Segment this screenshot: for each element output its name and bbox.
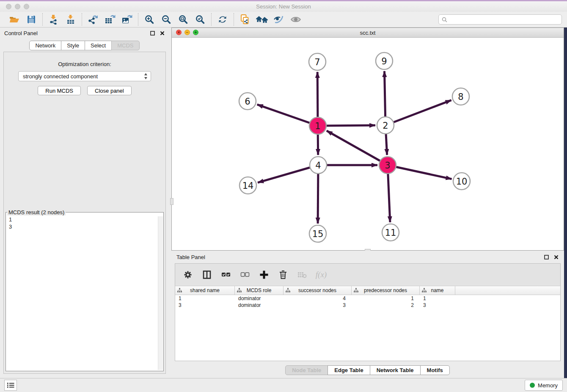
memory-button[interactable]: Memory	[525, 380, 563, 391]
cell-successor-nodes[interactable]: 3	[284, 302, 352, 308]
tab-edge-table[interactable]: Edge Table	[328, 365, 370, 375]
apply-layout-button[interactable]	[217, 14, 228, 25]
hide-eye-icon	[273, 14, 284, 25]
splitter-grip-left[interactable]	[170, 198, 173, 205]
zoom-out-button[interactable]	[160, 14, 172, 25]
memory-label: Memory	[538, 382, 558, 389]
node-table: f(x) shared nameMCDS rolesuccessor nodes…	[175, 263, 561, 361]
select-all-icon	[221, 272, 231, 278]
column-header-predecessor-nodes[interactable]: predecessor nodes	[352, 286, 420, 295]
edge-4-14[interactable]	[258, 165, 318, 182]
export-table-icon	[105, 14, 116, 25]
search-box[interactable]	[438, 14, 562, 25]
show-all-button[interactable]	[290, 14, 302, 25]
main-toolbar	[0, 12, 567, 28]
optimization-select[interactable]: strongly connected component	[18, 71, 151, 81]
hide-selected-button[interactable]	[273, 14, 285, 25]
create-column-button[interactable]	[259, 270, 269, 280]
attribute-type-icon	[177, 288, 182, 293]
search-input[interactable]	[449, 16, 559, 23]
status-bar: Memory	[0, 378, 567, 392]
column-header-successor-nodes[interactable]: successor nodes	[284, 286, 352, 295]
cell-name[interactable]: 1	[420, 295, 455, 301]
mcds-result-box: MCDS result (2 nodes) 1 3	[6, 209, 164, 371]
delete-columns-button[interactable]	[278, 270, 288, 280]
cell-mcds-role[interactable]: dominator	[235, 302, 284, 308]
export-network-icon	[88, 14, 99, 25]
export-image-icon	[121, 14, 132, 25]
table-settings-button[interactable]	[183, 270, 193, 280]
run-mcds-button[interactable]: Run MCDS	[38, 86, 81, 95]
first-neighbors-button[interactable]	[256, 14, 268, 25]
edge-3-10[interactable]	[388, 165, 452, 179]
optimization-label: Optimization criterion:	[4, 61, 165, 67]
window-controls[interactable]	[6, 4, 29, 9]
zoom-selected-button[interactable]	[194, 14, 206, 25]
minimize-window-icon[interactable]	[15, 4, 20, 9]
select-all-button[interactable]	[221, 270, 231, 280]
trash-icon	[279, 270, 287, 280]
new-network-from-selection-button[interactable]	[239, 14, 251, 25]
cell-name[interactable]: 3	[420, 302, 455, 308]
table-row[interactable]: 1dominator411	[175, 295, 560, 302]
close-panel-button[interactable]: Close panel	[87, 86, 132, 95]
cell-mcds-role[interactable]: dominator	[235, 295, 284, 301]
column-label: name	[431, 287, 443, 293]
result-scrollbar[interactable]	[158, 216, 163, 370]
mcds-panel: Optimization criterion: strongly connect…	[3, 52, 166, 374]
import-network-button[interactable]	[48, 14, 60, 25]
edge-1-6[interactable]	[257, 105, 318, 126]
column-header-name[interactable]: name	[420, 286, 455, 295]
fx-icon: f(x)	[316, 270, 327, 279]
export-network-button[interactable]	[87, 14, 99, 25]
column-header-mcds-role[interactable]: MCDS role	[235, 286, 284, 295]
tab-motifs[interactable]: Motifs	[420, 365, 450, 375]
cell-predecessor-nodes[interactable]: 2	[352, 302, 420, 308]
cell-shared-name[interactable]: 1	[175, 295, 235, 301]
close-panel-icon[interactable]	[159, 30, 165, 36]
app-title: Session: New Session	[0, 1, 567, 12]
export-image-button[interactable]	[121, 14, 133, 25]
tab-mcds[interactable]: MCDS	[111, 41, 139, 50]
import-table-icon	[66, 14, 76, 25]
toggle-column-display-button[interactable]	[202, 270, 212, 280]
table-header-row: shared nameMCDS rolesuccessor nodesprede…	[175, 286, 560, 295]
zoom-in-button[interactable]	[143, 14, 155, 25]
close-window-icon[interactable]	[6, 4, 11, 9]
table-row[interactable]: 3dominator323	[175, 302, 560, 309]
cell-successor-nodes[interactable]: 4	[284, 295, 352, 301]
open-file-button[interactable]	[8, 14, 20, 25]
save-session-button[interactable]	[25, 14, 37, 25]
tab-select[interactable]: Select	[85, 41, 112, 50]
cell-shared-name[interactable]: 3	[175, 302, 235, 308]
cell-predecessor-nodes[interactable]: 1	[352, 295, 420, 301]
network-minimize-icon[interactable]: −	[184, 30, 190, 35]
unselect-all-button[interactable]	[240, 270, 250, 280]
app-titlebar: Session: New Session	[0, 1, 567, 12]
network-maximize-icon[interactable]: +	[193, 30, 198, 35]
table-body: 1dominator4113dominator323	[175, 295, 560, 309]
close-table-panel-icon[interactable]	[553, 254, 559, 260]
node-label-7: 7	[314, 57, 320, 67]
tab-network[interactable]: Network	[29, 41, 61, 50]
graph-canvas[interactable]: 7968124314101511	[172, 37, 564, 250]
maximize-window-icon[interactable]	[24, 4, 29, 9]
zoom-fit-button[interactable]	[177, 14, 189, 25]
import-table-button[interactable]	[65, 14, 77, 25]
network-close-icon[interactable]: ×	[176, 30, 182, 35]
tab-node-table[interactable]: Node Table	[285, 365, 328, 375]
edge-3-1[interactable]	[327, 131, 388, 165]
float-table-panel-icon[interactable]	[543, 254, 549, 260]
float-panel-icon[interactable]	[149, 30, 155, 36]
node-label-15: 15	[312, 229, 324, 239]
tab-style[interactable]: Style	[61, 41, 85, 50]
network-window-titlebar[interactable]: × − + scc.txt	[172, 28, 564, 38]
mcds-result-list[interactable]: 1 3	[6, 215, 163, 230]
column-header-shared-name[interactable]: shared name	[175, 286, 235, 295]
table-toolbar: f(x)	[175, 264, 560, 286]
zoom-selected-icon	[195, 14, 205, 25]
edge-2-8[interactable]	[385, 100, 451, 125]
export-table-button[interactable]	[104, 14, 116, 25]
task-history-button[interactable]	[4, 380, 17, 391]
tab-network-table[interactable]: Network Table	[370, 365, 421, 375]
